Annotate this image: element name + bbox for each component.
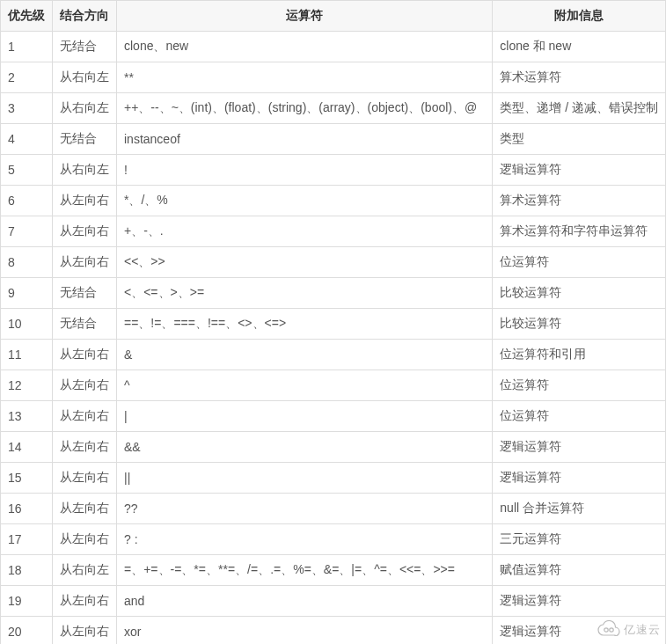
table-header-row: 优先级 结合方向 运算符 附加信息 <box>1 1 666 32</box>
cell-info: clone 和 new <box>493 32 666 62</box>
cell-operator: ^ <box>117 370 493 401</box>
cell-priority: 20 <box>1 617 53 645</box>
cell-priority: 6 <box>1 186 53 216</box>
table-row: 15从左向右||逻辑运算符 <box>1 463 666 494</box>
cell-operator: <<、>> <box>117 247 493 278</box>
cell-priority: 16 <box>1 494 53 524</box>
cell-assoc: 无结合 <box>53 32 117 62</box>
table-row: 7从左向右+、-、.算术运算符和字符串运算符 <box>1 216 666 247</box>
cell-assoc: 从右向左 <box>53 555 117 586</box>
cell-operator: xor <box>117 617 493 645</box>
col-header-priority: 优先级 <box>1 1 53 32</box>
cell-info: 逻辑运算符 <box>493 155 666 186</box>
cell-info: 比较运算符 <box>493 278 666 309</box>
cell-operator: =、+=、-=、*=、**=、/=、.=、%=、&=、|=、^=、<<=、>>= <box>117 555 493 586</box>
cell-info: 算术运算符 <box>493 186 666 216</box>
cell-info: 逻辑运算符 <box>493 432 666 463</box>
table-row: 19从左向右and逻辑运算符 <box>1 586 666 617</box>
cell-priority: 1 <box>1 32 53 62</box>
table-row: 5从右向左!逻辑运算符 <box>1 155 666 186</box>
cell-assoc: 从左向右 <box>53 401 117 432</box>
cell-operator: ? : <box>117 524 493 555</box>
cell-operator: ++、--、~、(int)、(float)、(string)、(array)、(… <box>117 93 493 124</box>
table-row: 13从左向右|位运算符 <box>1 401 666 432</box>
table-row: 1无结合clone、newclone 和 new <box>1 32 666 62</box>
cell-operator: ==、!=、===、!==、<>、<=> <box>117 309 493 340</box>
cell-operator: ** <box>117 62 493 93</box>
table-row: 20从左向右xor逻辑运算符 <box>1 617 666 645</box>
cell-priority: 3 <box>1 93 53 124</box>
cell-priority: 4 <box>1 124 53 155</box>
cell-operator: & <box>117 340 493 370</box>
table-row: 4无结合instanceof类型 <box>1 124 666 155</box>
cell-assoc: 从左向右 <box>53 524 117 555</box>
cell-info: 位运算符 <box>493 370 666 401</box>
cell-operator: ?? <box>117 494 493 524</box>
cell-assoc: 从左向右 <box>53 432 117 463</box>
cell-operator: +、-、. <box>117 216 493 247</box>
cell-info: 逻辑运算符 <box>493 586 666 617</box>
cell-info: 位运算符和引用 <box>493 340 666 370</box>
cell-info: 位运算符 <box>493 401 666 432</box>
cell-assoc: 从左向右 <box>53 463 117 494</box>
cell-assoc: 从左向右 <box>53 216 117 247</box>
cell-assoc: 从右向左 <box>53 155 117 186</box>
cell-priority: 10 <box>1 309 53 340</box>
cell-operator: && <box>117 432 493 463</box>
cell-priority: 5 <box>1 155 53 186</box>
cell-priority: 13 <box>1 401 53 432</box>
cell-priority: 18 <box>1 555 53 586</box>
table-row: 2从右向左**算术运算符 <box>1 62 666 93</box>
cell-assoc: 从左向右 <box>53 617 117 645</box>
cell-priority: 15 <box>1 463 53 494</box>
cell-info: 算术运算符 <box>493 62 666 93</box>
cell-assoc: 无结合 <box>53 278 117 309</box>
cell-assoc: 无结合 <box>53 124 117 155</box>
cell-operator: instanceof <box>117 124 493 155</box>
table-row: 6从左向右*、/、%算术运算符 <box>1 186 666 216</box>
cell-info: 算术运算符和字符串运算符 <box>493 216 666 247</box>
table-row: 14从左向右&&逻辑运算符 <box>1 432 666 463</box>
cell-operator: *、/、% <box>117 186 493 216</box>
cell-priority: 9 <box>1 278 53 309</box>
table-row: 10无结合==、!=、===、!==、<>、<=>比较运算符 <box>1 309 666 340</box>
cell-assoc: 从右向左 <box>53 93 117 124</box>
cell-info: 位运算符 <box>493 247 666 278</box>
col-header-assoc: 结合方向 <box>53 1 117 32</box>
col-header-operator: 运算符 <box>117 1 493 32</box>
cell-priority: 17 <box>1 524 53 555</box>
table-row: 16从左向右??null 合并运算符 <box>1 494 666 524</box>
cell-assoc: 从左向右 <box>53 494 117 524</box>
cell-operator: | <box>117 401 493 432</box>
table-row: 3从右向左++、--、~、(int)、(float)、(string)、(arr… <box>1 93 666 124</box>
cell-info: 逻辑运算符 <box>493 617 666 645</box>
cell-priority: 8 <box>1 247 53 278</box>
cell-priority: 2 <box>1 62 53 93</box>
cell-priority: 12 <box>1 370 53 401</box>
cell-operator: ! <box>117 155 493 186</box>
cell-info: 三元运算符 <box>493 524 666 555</box>
cell-assoc: 从左向右 <box>53 186 117 216</box>
cell-info: 类型、递增 / 递减、错误控制 <box>493 93 666 124</box>
cell-assoc: 从左向右 <box>53 586 117 617</box>
col-header-info: 附加信息 <box>493 1 666 32</box>
table-row: 9无结合<、<=、>、>=比较运算符 <box>1 278 666 309</box>
cell-priority: 7 <box>1 216 53 247</box>
table-row: 17从左向右? :三元运算符 <box>1 524 666 555</box>
table-row: 12从左向右^位运算符 <box>1 370 666 401</box>
table-body: 1无结合clone、newclone 和 new2从右向左**算术运算符3从右向… <box>1 32 666 645</box>
cell-assoc: 从左向右 <box>53 247 117 278</box>
cell-priority: 14 <box>1 432 53 463</box>
table-row: 8从左向右<<、>>位运算符 <box>1 247 666 278</box>
cell-info: 比较运算符 <box>493 309 666 340</box>
cell-operator: || <box>117 463 493 494</box>
cell-operator: clone、new <box>117 32 493 62</box>
cell-info: 类型 <box>493 124 666 155</box>
cell-assoc: 从右向左 <box>53 62 117 93</box>
cell-assoc: 无结合 <box>53 309 117 340</box>
cell-assoc: 从左向右 <box>53 370 117 401</box>
cell-priority: 19 <box>1 586 53 617</box>
cell-operator: <、<=、>、>= <box>117 278 493 309</box>
cell-priority: 11 <box>1 340 53 370</box>
cell-info: 赋值运算符 <box>493 555 666 586</box>
